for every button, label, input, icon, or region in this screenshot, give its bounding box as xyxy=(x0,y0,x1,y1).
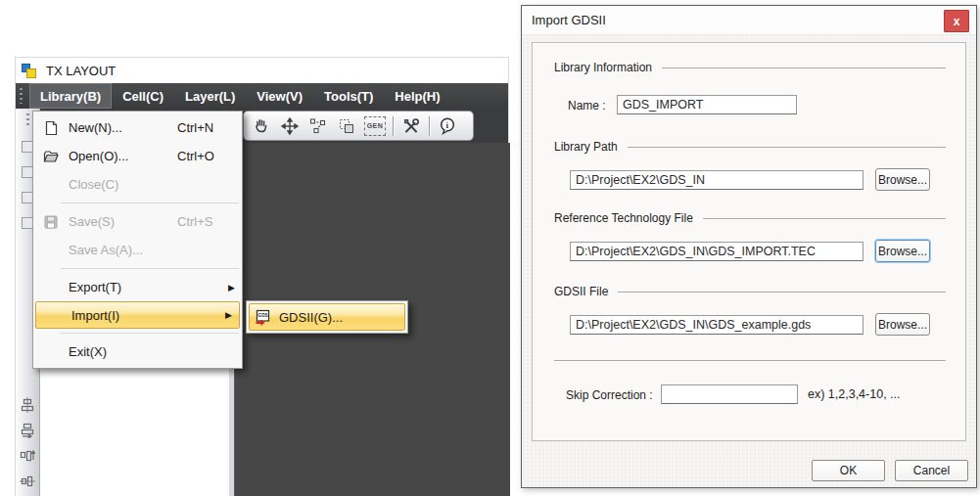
menu-item-exit[interactable]: Exit(X) xyxy=(33,338,242,366)
group-library-information: Library Information xyxy=(554,61,957,74)
region-copy-button[interactable] xyxy=(336,115,357,137)
align-top-icon[interactable] xyxy=(20,448,35,464)
import-gdsii-dialog: Import GDSII x Library Information Name … xyxy=(521,5,977,488)
menu-item-save-as[interactable]: Save As(A)... xyxy=(33,236,242,264)
menu-item-export[interactable]: Export(T) ▶ xyxy=(33,273,242,301)
menu-help[interactable]: Help(H) xyxy=(384,83,450,109)
menubar-grip-handle[interactable] xyxy=(20,88,23,104)
open-folder-icon xyxy=(33,149,69,164)
skip-correction-label: Skip Correction : xyxy=(566,388,653,402)
menu-item-open[interactable]: Open(O)... Ctrl+O xyxy=(33,142,242,170)
info-button[interactable]: i xyxy=(437,115,458,137)
menu-separator xyxy=(61,268,239,269)
group-reference-technology-file: Reference Technology File xyxy=(554,211,957,225)
submenu-item-label: GDSII(G)... xyxy=(279,310,343,325)
menubar: Library(B) Cell(C) Layer(L) View(V) Tool… xyxy=(16,83,508,109)
group-rule xyxy=(628,147,946,148)
group-rule xyxy=(662,68,946,68)
toolbar-separator xyxy=(429,116,430,136)
cancel-button[interactable]: Cancel xyxy=(895,460,968,481)
library-menu-popup: New(N)... Ctrl+N Open(O)... Ctrl+O Close… xyxy=(32,111,243,369)
app-logo-icon xyxy=(22,63,37,78)
dialog-title: Import GDSII xyxy=(532,13,606,27)
hand-icon xyxy=(252,116,271,136)
menu-item-new[interactable]: New(N)... Ctrl+N xyxy=(33,113,242,142)
gds-file-icon: GDS xyxy=(255,309,271,326)
tx-layout-window: TX LAYOUT Library(B) Cell(C) Layer(L) Vi… xyxy=(15,57,509,496)
menu-cell[interactable]: Cell(C) xyxy=(112,83,174,109)
menu-item-save[interactable]: Save(S) Ctrl+S xyxy=(33,207,242,236)
tools-icon xyxy=(401,116,421,136)
menu-view[interactable]: View(V) xyxy=(246,83,313,109)
window-title: TX LAYOUT xyxy=(46,64,116,78)
generate-button[interactable]: GEN xyxy=(364,115,386,137)
toolbar-separator xyxy=(393,116,394,136)
align-center-icon[interactable] xyxy=(20,397,35,413)
section-divider xyxy=(554,360,946,361)
library-path-browse-button[interactable]: Browse... xyxy=(875,168,930,191)
menu-separator xyxy=(61,203,239,203)
menu-item-close[interactable]: Close(C) xyxy=(33,170,242,199)
menu-item-import[interactable]: Import(I) ▶ xyxy=(35,301,240,329)
technology-file-input[interactable] xyxy=(570,242,863,261)
menu-library[interactable]: Library(B) xyxy=(29,83,112,109)
technology-file-browse-button[interactable]: Browse... xyxy=(875,240,930,262)
align-middle-icon[interactable] xyxy=(20,473,35,489)
gdsii-file-input[interactable] xyxy=(570,315,863,335)
name-label: Name : xyxy=(568,99,606,113)
group-library-path: Library Path xyxy=(554,140,957,154)
menu-tools[interactable]: Tools(T) xyxy=(313,83,384,109)
group-gdsii-file: GDSII File xyxy=(554,285,957,298)
distribute-right-icon[interactable] xyxy=(20,423,35,438)
name-input[interactable] xyxy=(617,95,797,114)
submenu-arrow-icon: ▶ xyxy=(225,310,232,320)
save-floppy-icon xyxy=(33,214,69,230)
node-edit-icon xyxy=(308,116,328,136)
move-arrows-icon xyxy=(280,116,300,136)
region-icon xyxy=(337,116,356,136)
skip-correction-hint: ex) 1,2,3,4-10, ... xyxy=(808,387,901,401)
menu-layer[interactable]: Layer(L) xyxy=(174,83,246,109)
view-toolbar: GEN i xyxy=(243,111,474,141)
skip-correction-input[interactable] xyxy=(661,384,798,404)
gdsii-file-browse-button[interactable]: Browse... xyxy=(875,313,930,336)
settings-tools-button[interactable] xyxy=(400,115,422,137)
move-button[interactable] xyxy=(279,115,301,137)
submenu-item-gdsii[interactable]: GDS GDSII(G)... xyxy=(249,303,405,331)
info-bubble-icon: i xyxy=(438,116,457,136)
menu-separator xyxy=(61,333,239,334)
pan-hand-button[interactable] xyxy=(251,115,272,137)
group-rule xyxy=(618,292,946,293)
dialog-titlebar: Import GDSII xyxy=(522,6,976,35)
gen-icon: GEN xyxy=(364,116,386,136)
dialog-close-button[interactable]: x xyxy=(944,10,969,32)
close-icon: x xyxy=(954,15,960,28)
dialog-body-panel: Library Information Name : Library Path … xyxy=(532,42,966,441)
svg-text:GDS: GDS xyxy=(258,313,268,318)
submenu-arrow-icon: ▶ xyxy=(228,283,235,293)
group-rule xyxy=(703,218,946,219)
library-path-input[interactable] xyxy=(570,170,863,190)
import-submenu-popup: GDS GDSII(G)... xyxy=(246,300,408,334)
ok-button[interactable]: OK xyxy=(812,460,885,481)
new-document-icon xyxy=(33,120,69,136)
side-toolbar-grip-handle[interactable] xyxy=(26,113,29,127)
window-titlebar: TX LAYOUT xyxy=(16,58,508,83)
node-edit-button[interactable] xyxy=(307,115,329,137)
